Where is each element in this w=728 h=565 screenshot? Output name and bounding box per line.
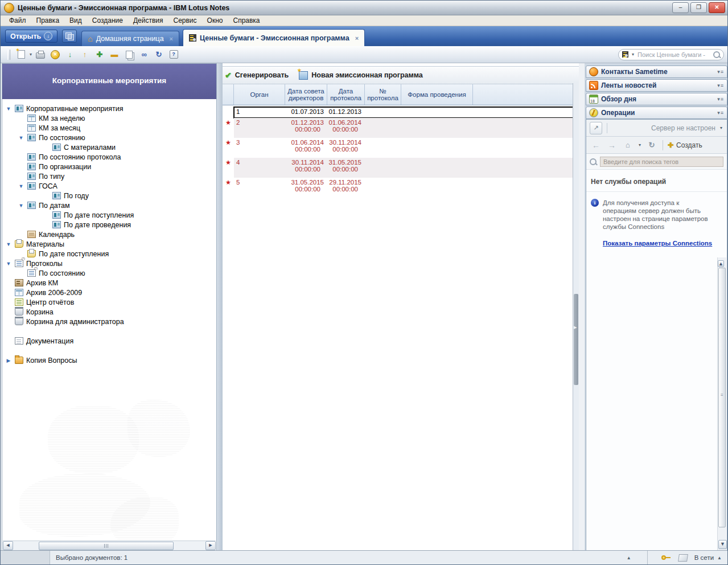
menu-actions[interactable]: Действия [128, 16, 168, 25]
header-protocol-number[interactable]: № протокола [365, 84, 401, 105]
status-popup-icon[interactable]: ▲ [611, 555, 647, 560]
panel-sametime-contacts[interactable]: Контакты Sametime [586, 65, 727, 78]
refresh-button[interactable]: ↻ [153, 48, 165, 61]
twisty-collapsed-icon[interactable] [2, 358, 15, 363]
search-scope-dropdown-icon[interactable]: ▾ [632, 52, 634, 57]
sidebar-item-by-receipt-date[interactable]: По дате поступления [2, 210, 216, 220]
sidebar-item-protocols-by-state[interactable]: По состоянию [2, 268, 216, 278]
open-in-window-button[interactable]: ↗ [590, 122, 602, 134]
sidebar-item-trash[interactable]: Корзина [2, 307, 216, 317]
scrollbar-thumb[interactable] [39, 542, 174, 550]
tab-securities[interactable]: Ценные бумаги - Эмиссионная программа × [183, 29, 365, 46]
sidebar-item-km-week[interactable]: КМ за неделю [2, 113, 216, 123]
twisty-expanded-icon[interactable] [15, 135, 27, 141]
create-button[interactable]: ✚ Создать [668, 141, 702, 149]
header-organ[interactable]: Орган [234, 84, 285, 105]
scroll-down-icon[interactable]: ▼ [718, 540, 727, 549]
menu-create[interactable]: Создание [87, 16, 128, 25]
tab-securities-close-icon[interactable]: × [355, 35, 359, 42]
panel-activities[interactable]: Операции [586, 107, 727, 119]
location-icon[interactable] [678, 554, 688, 562]
search-input[interactable]: Поиск Ценные бумаги - [637, 51, 711, 58]
search-binoculars-button[interactable]: ∞ [138, 48, 150, 61]
sidebar-item-by-protocol-state[interactable]: По состоянию протокола [2, 152, 216, 162]
menu-tools[interactable]: Сервис [168, 16, 201, 25]
add-button[interactable]: ✚ [93, 48, 106, 61]
header-board-date[interactable]: Дата совета директоров [285, 84, 327, 105]
tab-home-close-icon[interactable]: × [170, 35, 173, 42]
sidebar-item-materials[interactable]: Материалы [2, 239, 216, 249]
panel-feeds[interactable]: Ленты новостей [586, 79, 727, 92]
pane-splitter[interactable] [217, 63, 223, 551]
menu-window[interactable]: Окно [202, 16, 228, 25]
header-protocol-date[interactable]: Дата протокола [327, 84, 365, 105]
server-dropdown[interactable]: Сервер не настроен ▾ [651, 124, 723, 132]
panel-menu-icon[interactable] [717, 96, 724, 102]
stop-button[interactable]: ✕ [49, 48, 61, 61]
twisty-expanded-icon[interactable] [2, 106, 15, 112]
sidebar-item-corporate-events[interactable]: Корпоративные мероприятия [2, 104, 216, 113]
menu-view[interactable]: Вид [64, 16, 87, 25]
menu-help[interactable]: Справка [228, 16, 265, 25]
panel-day-at-a-glance[interactable]: Обзор дня [586, 93, 727, 105]
search-icon[interactable] [590, 158, 597, 165]
table-row[interactable]: ★ 4 30.11.201400:00:00 31.05.201500:00:0… [223, 158, 579, 178]
sidebar-item-gosa[interactable]: ГОСА [2, 181, 216, 191]
sidebar-item-by-state[interactable]: По состоянию [2, 133, 216, 142]
forward-icon[interactable]: → [606, 139, 618, 152]
table-row[interactable]: ★ 5 31.05.201500:00:00 29.11.201500:00:0… [223, 178, 579, 198]
sidebar-item-by-dates[interactable]: По датам [2, 200, 216, 210]
sidebar-item-admin-trash[interactable]: Корзина для администратора [2, 317, 216, 326]
minimize-button[interactable]: – [672, 2, 689, 13]
close-button[interactable]: ✕ [709, 2, 725, 13]
generate-button[interactable]: ✔ Сгенерировать [225, 71, 289, 80]
show-connections-settings-link[interactable]: Показать параметры Connections [603, 240, 727, 247]
copy-button[interactable] [123, 48, 135, 61]
sidebar-item-materials-by-date[interactable]: По дате поступления [2, 249, 216, 259]
tag-search-input[interactable]: Введите для поиска тегов [600, 157, 723, 167]
help-button[interactable]: ? [167, 48, 180, 61]
sidebar-item-by-organization[interactable]: По организации [2, 162, 216, 171]
home-icon[interactable]: ⌂ [622, 139, 634, 152]
search-box[interactable]: ▾ Поиск Ценные бумаги - [618, 49, 724, 60]
scrollbar-thumb[interactable] [574, 294, 578, 385]
sidebar-item-archive-2006-2009[interactable]: Архив 2006-2009 [2, 288, 216, 297]
twisty-expanded-icon[interactable] [2, 241, 15, 247]
sidebar-item-copy-questions[interactable]: Копия Вопросы [2, 355, 216, 365]
refresh-icon[interactable]: ↻ [645, 139, 658, 152]
collapse-button[interactable]: ▬ [108, 48, 121, 61]
sidebar-item-with-materials[interactable]: С материалами [2, 142, 216, 152]
panel-menu-icon[interactable] [717, 83, 724, 88]
twisty-expanded-icon[interactable] [2, 261, 15, 267]
new-document-button[interactable] [15, 48, 27, 61]
twisty-expanded-icon[interactable] [15, 183, 27, 189]
navigate-down-button[interactable]: ↓ [64, 48, 76, 61]
table-row[interactable]: ★ 2 01.12.201300:00:00 01.06.201400:00:0… [223, 118, 579, 138]
tab-home[interactable]: ⌂ Домашняя страница × [81, 31, 179, 46]
search-icon[interactable] [713, 51, 720, 58]
sidebar-item-by-event-date[interactable]: По дате проведения [2, 220, 216, 230]
navigate-up-button[interactable]: ↑ [79, 48, 91, 61]
open-button[interactable]: Открыть ↓ [5, 30, 57, 43]
header-form[interactable]: Форма проведения [401, 84, 473, 105]
twisty-expanded-icon[interactable] [15, 203, 27, 208]
panel-menu-icon[interactable] [717, 69, 724, 75]
restore-button[interactable]: ❐ [690, 2, 707, 13]
scroll-up-icon[interactable]: ▲ [718, 260, 724, 267]
scroll-right-icon[interactable]: ► [205, 541, 216, 550]
sidebar-item-archive-km[interactable]: Архив КМ [2, 278, 216, 288]
scrollbar-thumb[interactable] [718, 268, 726, 527]
back-icon[interactable]: ← [590, 139, 602, 152]
sidebar-item-documentation[interactable]: Документация [2, 336, 216, 346]
panel-menu-icon[interactable] [717, 110, 724, 116]
sidebar-item-by-type[interactable]: По типу [2, 171, 216, 181]
new-emission-program-button[interactable]: Новая эмиссионная программа [299, 71, 423, 80]
menu-file[interactable]: Файл [4, 16, 31, 25]
sidebar-item-by-year[interactable]: По году [2, 191, 216, 200]
new-document-dropdown-icon[interactable]: ▾ [30, 52, 32, 57]
sidebar-item-calendar[interactable]: Календарь [2, 230, 216, 239]
view-vertical-scrollbar[interactable] [573, 83, 579, 551]
online-status[interactable]: В сети ▲ [694, 554, 727, 561]
sidebar-item-km-month[interactable]: КМ за месяц [2, 123, 216, 133]
security-key-icon[interactable] [661, 555, 671, 560]
